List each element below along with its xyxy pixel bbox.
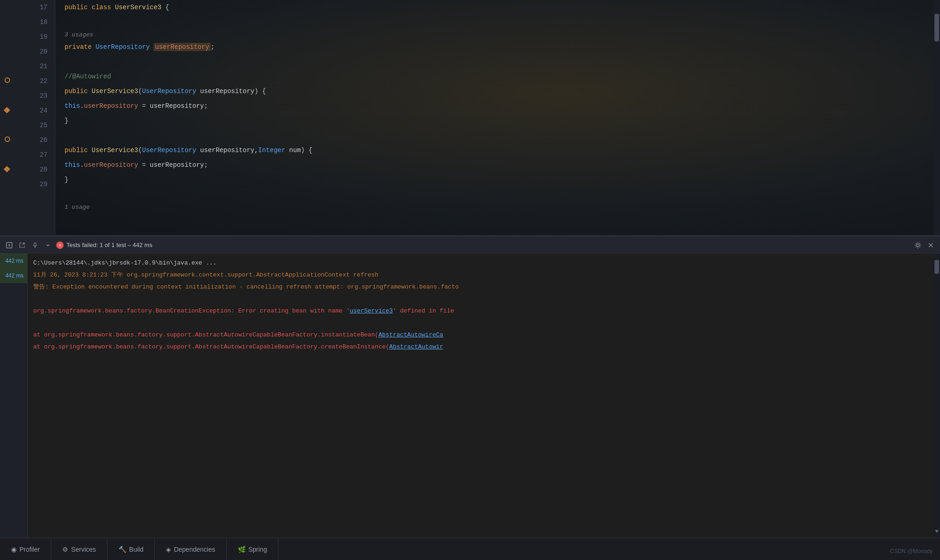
code-line-28: } bbox=[65, 172, 940, 187]
spring-icon: 🌿 bbox=[238, 546, 246, 553]
status-bar: ◉ Profiler ⚙ Services 🔨 Build ◈ Dependen… bbox=[0, 538, 940, 560]
console-scrollbar[interactable] bbox=[934, 237, 940, 538]
gear-btn[interactable] bbox=[913, 241, 922, 250]
line-numbers: 17 18 19 20 21 22 23 24 25 bbox=[0, 0, 55, 235]
console-line-blank1 bbox=[33, 293, 928, 305]
param-num-26: num bbox=[289, 147, 301, 154]
code-line-27: this.userRepository = userRepository; bbox=[65, 158, 940, 172]
code-line-25 bbox=[65, 128, 940, 143]
console-line-error-main: org.springframework.beans.factory.BeanCr… bbox=[33, 305, 928, 317]
tab-spring-label: Spring bbox=[248, 546, 267, 553]
constructor-userservice3-22: UserService3 bbox=[92, 88, 138, 95]
gutter-icon-24 bbox=[5, 103, 9, 118]
dependencies-icon: ◈ bbox=[166, 546, 171, 553]
line-num-20: 20 bbox=[0, 44, 55, 59]
hint-1usage: 1 usage bbox=[65, 202, 940, 212]
tab-dependencies-label: Dependencies bbox=[174, 546, 215, 553]
test-status-badge: ✕ Tests failed: 1 of 1 test – 442 ms bbox=[56, 242, 152, 249]
trace-link-1[interactable]: AbstractAutowireCa bbox=[378, 331, 443, 338]
console-scrollbar-thumb[interactable] bbox=[934, 260, 939, 274]
toolbar-expand-btn[interactable] bbox=[5, 241, 14, 250]
build-icon: 🔨 bbox=[118, 546, 126, 553]
kw-this-27: this bbox=[65, 161, 80, 169]
console-line-blank2 bbox=[33, 317, 928, 329]
tab-services[interactable]: ⚙ Services bbox=[51, 538, 107, 560]
tab-build[interactable]: 🔨 Build bbox=[107, 538, 155, 560]
code-line-18 bbox=[65, 15, 940, 29]
line-num-27: 27 bbox=[0, 147, 55, 162]
error-suffix: ' defined in file bbox=[393, 307, 454, 314]
field-userrepository-27: userRepository bbox=[84, 161, 138, 169]
line-num-25: 25 bbox=[0, 118, 55, 133]
class-userservice3: UserService3 bbox=[115, 4, 161, 11]
code-line-24: } bbox=[65, 113, 940, 128]
gutter-diamond-28 bbox=[4, 166, 10, 172]
line-num-18: 18 bbox=[0, 15, 55, 29]
kw-class-17: class bbox=[92, 4, 115, 11]
tab-services-label: Services bbox=[71, 546, 96, 553]
timing-val-1: 442 ms bbox=[0, 253, 27, 268]
tab-dependencies[interactable]: ◈ Dependencies bbox=[155, 538, 227, 560]
line-num-29: 29 bbox=[0, 177, 55, 192]
console-line-trace-1: at org.springframework.beans.factory.sup… bbox=[33, 329, 928, 341]
line-num-28: 28 bbox=[0, 162, 55, 177]
code-container: 17 18 19 20 21 22 23 24 25 bbox=[0, 0, 940, 235]
gutter-icon-26 bbox=[5, 133, 10, 147]
error-prefix: org.springframework.beans.factory.BeanCr… bbox=[33, 307, 350, 314]
param-userrepository-22: userRepository bbox=[200, 88, 254, 95]
tab-profiler[interactable]: ◉ Profiler bbox=[0, 538, 51, 560]
type-userrepository-19: UserRepository bbox=[95, 43, 154, 51]
param-userrepository-27: userRepository bbox=[150, 161, 204, 169]
code-line-26: public UserService3(UserRepository userR… bbox=[65, 143, 940, 158]
tab-spring[interactable]: 🌿 Spring bbox=[227, 538, 278, 560]
svg-point-1 bbox=[916, 244, 919, 247]
kw-this-23: this bbox=[65, 102, 80, 110]
profiler-icon: ◉ bbox=[11, 546, 17, 553]
toolbar-external-btn[interactable] bbox=[18, 241, 27, 250]
trace-link-2[interactable]: AbstractAutowir bbox=[389, 343, 443, 350]
console-line-trace-2: at org.springframework.beans.factory.sup… bbox=[33, 341, 928, 353]
field-userrepository-23: userRepository bbox=[84, 102, 138, 110]
line-num-24: 24 bbox=[0, 103, 55, 118]
editor-scrollbar-thumb[interactable] bbox=[934, 14, 939, 41]
line-num-26: 26 bbox=[0, 133, 55, 147]
error-link-userservice3[interactable]: userService3 bbox=[350, 307, 393, 314]
gutter-circle-26 bbox=[5, 136, 10, 142]
type-userrepository-26: UserRepository bbox=[142, 147, 200, 154]
code-editor: 17 18 19 20 21 22 23 24 25 bbox=[0, 0, 940, 235]
console-line-path: C:\Users\28144\.jdks\jbrsdk-17.0.9\bin\j… bbox=[33, 257, 928, 269]
editor-scrollbar[interactable] bbox=[934, 0, 940, 235]
line-num-19: 19 bbox=[0, 29, 55, 44]
code-line-22: public UserService3(UserRepository userR… bbox=[65, 84, 940, 99]
watermark: CSDN @Monody bbox=[890, 548, 933, 554]
side-timing-panel: 442 ms 442 ms bbox=[0, 237, 28, 538]
tab-profiler-label: Profiler bbox=[19, 546, 40, 553]
gutter-circle-22 bbox=[5, 77, 10, 83]
kw-private-19: private bbox=[65, 43, 95, 51]
gutter-icon-22 bbox=[5, 74, 10, 88]
code-line-19: private UserRepository userRepository; bbox=[65, 40, 940, 54]
code-line-23: this.userRepository = userRepository; bbox=[65, 99, 940, 113]
console-line-timestamp: 11月 26, 2023 8:21:23 下午 org.springframew… bbox=[33, 269, 928, 281]
timing-val-2: 442 ms bbox=[0, 268, 27, 283]
test-failed-icon: ✕ bbox=[56, 242, 64, 249]
test-status-text: Tests failed: 1 of 1 test – 442 ms bbox=[66, 242, 152, 248]
param-userrepository-23: userRepository bbox=[150, 102, 204, 110]
services-icon: ⚙ bbox=[62, 546, 68, 553]
close-console-btn[interactable] bbox=[926, 241, 935, 250]
line-num-17: 17 bbox=[0, 0, 55, 15]
line-num-23: 23 bbox=[0, 88, 55, 103]
code-line-29 bbox=[65, 187, 940, 202]
type-userrepository-22: UserRepository bbox=[142, 88, 200, 95]
constructor-userservice3-26: UserService3 bbox=[92, 147, 138, 154]
code-line-17: public class UserService3 { bbox=[65, 0, 940, 15]
gutter-diamond-24 bbox=[4, 107, 10, 113]
code-lines: public class UserService3 { 3 usages pri… bbox=[55, 0, 940, 235]
toolbar-chevron-btn[interactable] bbox=[43, 241, 53, 250]
scroll-down-btn[interactable] bbox=[934, 530, 939, 536]
kw-public-17: public bbox=[65, 4, 92, 11]
toolbar-pin-btn[interactable] bbox=[30, 241, 40, 250]
param-userrepository-26: userRepository bbox=[200, 147, 254, 154]
editor-console-divider bbox=[0, 235, 940, 237]
tab-build-label: Build bbox=[129, 546, 143, 553]
